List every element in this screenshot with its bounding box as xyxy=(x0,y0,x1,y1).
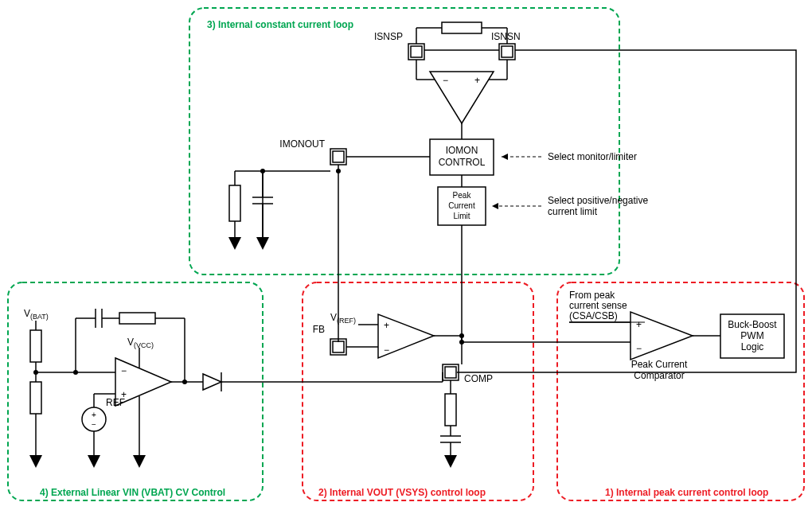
svg-text:IMONOUT: IMONOUT xyxy=(279,138,325,150)
svg-text:+: + xyxy=(636,319,642,330)
peak-comp-label1: Peak Current xyxy=(631,359,688,370)
ground-icon xyxy=(29,455,42,468)
svg-text:Current: Current xyxy=(448,201,475,210)
svg-text:COMP: COMP xyxy=(464,373,493,384)
schematic-diagram: 3) Internal constant current loop 4) Ext… xyxy=(0,0,812,510)
from-peak-l3: (CSA/CSB) xyxy=(569,310,618,321)
svg-point-32 xyxy=(336,169,341,173)
svg-text:V(REF): V(REF) xyxy=(330,312,356,325)
box1-title: 1) Internal peak current control loop xyxy=(605,487,768,498)
svg-rect-55 xyxy=(445,367,456,378)
svg-marker-28 xyxy=(492,203,498,209)
svg-text:−: − xyxy=(636,343,642,354)
svg-rect-1 xyxy=(442,22,482,33)
svg-text:−: − xyxy=(121,365,127,376)
svg-text:+: + xyxy=(92,411,96,419)
box3-title: 3) Internal constant current loop xyxy=(207,19,353,30)
ground-icon xyxy=(133,455,146,468)
svg-rect-21 xyxy=(333,151,344,162)
from-peak-l2: current sense xyxy=(569,300,627,311)
box2-title: 2) Internal VOUT (VSYS) control loop xyxy=(318,487,486,498)
svg-text:V(VCC): V(VCC) xyxy=(127,337,154,349)
svg-text:Buck-Boost: Buck-Boost xyxy=(728,319,777,330)
box4-title: 4) External Linear VIN (VBAT) CV Control xyxy=(40,487,225,498)
svg-text:+: + xyxy=(384,320,389,331)
diode-icon xyxy=(203,374,221,390)
svg-text:REF: REF xyxy=(106,397,125,408)
box2-region xyxy=(303,282,533,500)
svg-text:−: − xyxy=(384,345,389,356)
svg-rect-38 xyxy=(229,185,240,221)
svg-text:PWM: PWM xyxy=(740,330,763,341)
box3-region xyxy=(189,8,619,274)
svg-text:Logic: Logic xyxy=(741,341,764,352)
diff-amp-icon xyxy=(430,72,494,123)
svg-rect-93 xyxy=(119,313,155,324)
svg-text:+: + xyxy=(474,75,480,86)
svg-rect-7 xyxy=(502,46,513,57)
svg-text:Peak: Peak xyxy=(453,191,472,200)
svg-rect-59 xyxy=(445,394,456,426)
ground-icon xyxy=(256,237,269,250)
svg-text:CONTROL: CONTROL xyxy=(439,157,486,168)
svg-text:ISNSP: ISNSP xyxy=(374,31,403,42)
svg-text:ISNSN: ISNSN xyxy=(491,31,521,42)
svg-text:−: − xyxy=(443,75,448,86)
svg-rect-75 xyxy=(30,330,41,362)
ground-icon xyxy=(88,455,100,468)
select-monitor-label: Select monitor/limiter xyxy=(548,151,637,162)
svg-text:IOMON: IOMON xyxy=(446,145,478,156)
svg-text:FB: FB xyxy=(313,324,325,335)
ground-icon xyxy=(444,455,457,468)
svg-rect-5 xyxy=(411,46,422,57)
peak-comp-label2: Comparator xyxy=(634,370,684,381)
svg-text:Limit: Limit xyxy=(453,212,470,220)
svg-text:−: − xyxy=(92,420,96,429)
svg-marker-19 xyxy=(502,154,508,160)
select-pn-label2: current limit xyxy=(548,206,598,217)
svg-rect-48 xyxy=(333,341,344,352)
svg-rect-78 xyxy=(30,382,41,414)
ground-icon xyxy=(228,237,241,250)
select-pn-label1: Select positive/negative xyxy=(548,195,648,206)
svg-text:V(BAT): V(BAT) xyxy=(24,308,49,321)
from-peak-l1: From peak xyxy=(569,290,615,301)
